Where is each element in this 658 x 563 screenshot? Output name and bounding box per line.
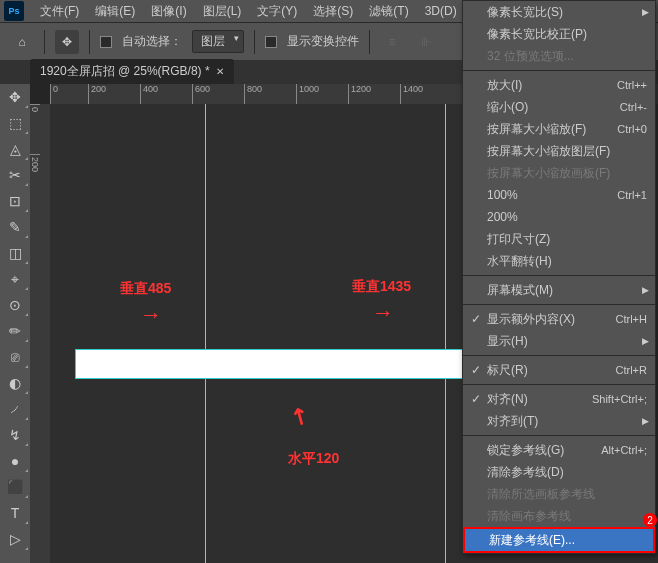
eraser-tool[interactable]: ◐ — [0, 370, 30, 396]
document-tab[interactable]: 1920全屏店招 @ 25%(RGB/8) * ✕ — [30, 59, 234, 84]
menu-image[interactable]: 图像(I) — [143, 0, 194, 22]
menu-zoom-in[interactable]: 放大(I)Ctrl++ — [463, 74, 655, 96]
menu-clear-guides[interactable]: 清除参考线(D) — [463, 461, 655, 483]
menu-clear-artboard-guides: 清除所选画板参考线 — [463, 483, 655, 505]
frame-tool[interactable]: ✎ — [0, 214, 30, 240]
divider — [44, 30, 45, 54]
menu-fit-artboard: 按屏幕大小缩放画板(F) — [463, 162, 655, 184]
menu-separator — [463, 435, 655, 436]
brush-tool[interactable]: ⊙ — [0, 292, 30, 318]
menu-200[interactable]: 200% — [463, 206, 655, 228]
menu-separator — [463, 70, 655, 71]
menu-separator — [463, 275, 655, 276]
distribute-icon[interactable]: ⊪ — [414, 30, 438, 54]
move-tool[interactable]: ✥ — [0, 84, 30, 110]
menu-file[interactable]: 文件(F) — [32, 0, 87, 22]
menu-100[interactable]: 100%Ctrl+1 — [463, 184, 655, 206]
text-tool[interactable]: T — [0, 500, 30, 526]
menu-32bit-preview: 32 位预览选项... — [463, 45, 655, 67]
arrow-up-icon: ↗ — [283, 403, 315, 432]
menu-pixel-correction[interactable]: 像素长宽比校正(P) — [463, 23, 655, 45]
pen-tool[interactable]: ⬛ — [0, 474, 30, 500]
gradient-tool[interactable]: ⟋ — [0, 396, 30, 422]
menu-clear-canvas-guides: 清除画布参考线 — [463, 505, 655, 527]
lasso-tool[interactable]: ◬ — [0, 136, 30, 162]
transform-checkbox[interactable] — [265, 36, 277, 48]
menu-print-size[interactable]: 打印尺寸(Z) — [463, 228, 655, 250]
marquee-tool[interactable]: ⬚ — [0, 110, 30, 136]
menu-type[interactable]: 文字(Y) — [249, 0, 305, 22]
menu-zoom-out[interactable]: 缩小(O)Ctrl+- — [463, 96, 655, 118]
home-icon[interactable]: ⌂ — [10, 30, 34, 54]
menu-layer[interactable]: 图层(L) — [195, 0, 250, 22]
path-tool[interactable]: ▷ — [0, 526, 30, 552]
menu-pixel-ratio[interactable]: 像素长宽比(S)▶ — [463, 1, 655, 23]
auto-select-checkbox[interactable] — [100, 36, 112, 48]
menu-new-guide[interactable]: 新建参考线(E)... — [465, 529, 653, 551]
heal-tool[interactable]: ⌖ — [0, 266, 30, 292]
menu-separator — [463, 384, 655, 385]
menu-separator — [463, 355, 655, 356]
menu-filter[interactable]: 滤镜(T) — [361, 0, 416, 22]
close-icon[interactable]: ✕ — [216, 66, 224, 77]
menu-screen-mode[interactable]: 屏幕模式(M)▶ — [463, 279, 655, 301]
menu-edit[interactable]: 编辑(E) — [87, 0, 143, 22]
menu-fit-layer[interactable]: 按屏幕大小缩放图层(F) — [463, 140, 655, 162]
menu-separator — [463, 304, 655, 305]
menu-flip-h[interactable]: 水平翻转(H) — [463, 250, 655, 272]
menu-3d[interactable]: 3D(D) — [417, 0, 465, 22]
ps-logo-icon: Ps — [4, 1, 24, 21]
annotation-v2: 垂直1435 — [352, 278, 411, 326]
transform-label: 显示变换控件 — [287, 33, 359, 50]
menu-fit-screen[interactable]: 按屏幕大小缩放(F)Ctrl+0 — [463, 118, 655, 140]
annotation-v1: 垂直485 — [120, 280, 171, 328]
menu-extras[interactable]: ✓显示额外内容(X)Ctrl+H — [463, 308, 655, 330]
eyedropper-tool[interactable]: ◫ — [0, 240, 30, 266]
clone-tool[interactable]: ✏ — [0, 318, 30, 344]
canvas-content — [75, 349, 480, 379]
menu-show[interactable]: 显示(H)▶ — [463, 330, 655, 352]
divider — [89, 30, 90, 54]
layer-dropdown[interactable]: 图层 — [192, 30, 244, 53]
menu-snap[interactable]: ✓对齐(N)Shift+Ctrl+; — [463, 388, 655, 410]
align-icon[interactable]: ≡ — [380, 30, 404, 54]
blur-tool[interactable]: ↯ — [0, 422, 30, 448]
menu-lock-guides[interactable]: 锁定参考线(G)Alt+Ctrl+; — [463, 439, 655, 461]
history-brush-tool[interactable]: ⎚ — [0, 344, 30, 370]
menu-select[interactable]: 选择(S) — [305, 0, 361, 22]
crop-tool[interactable]: ⊡ — [0, 188, 30, 214]
ruler-vertical[interactable]: 0 200 — [30, 104, 50, 563]
annotation-h1: 水平120 — [288, 450, 339, 468]
menu-snap-to[interactable]: 对齐到(T)▶ — [463, 410, 655, 432]
auto-select-label: 自动选择： — [122, 33, 182, 50]
divider — [369, 30, 370, 54]
move-tool-icon[interactable]: ✥ — [55, 30, 79, 54]
magic-wand-tool[interactable]: ✂ — [0, 162, 30, 188]
guide-vertical-2[interactable] — [445, 104, 446, 563]
menu-rulers[interactable]: ✓标尺(R)Ctrl+R — [463, 359, 655, 381]
dodge-tool[interactable]: ● — [0, 448, 30, 474]
annotation-badge-2: 2 — [643, 513, 657, 527]
tab-title: 1920全屏店招 @ 25%(RGB/8) * — [40, 63, 210, 80]
view-menu-dropdown: 像素长宽比(S)▶ 像素长宽比校正(P) 32 位预览选项... 放大(I)Ct… — [462, 0, 656, 554]
divider — [254, 30, 255, 54]
guide-vertical-1[interactable] — [205, 104, 206, 563]
